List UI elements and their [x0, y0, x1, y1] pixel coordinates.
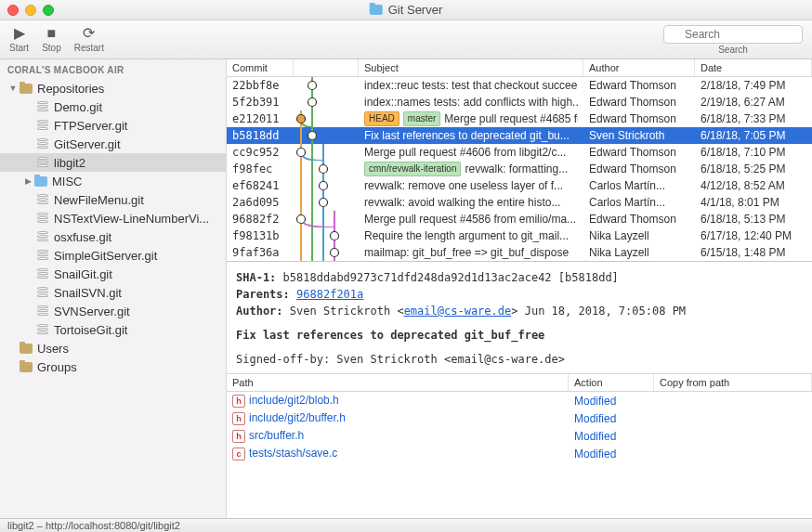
sidebar-repo-item[interactable]: osxfuse.git: [0, 227, 226, 246]
sidebar-item-repositories[interactable]: ▼ Repositories: [0, 79, 226, 97]
file-path[interactable]: include/git2/blob.h: [249, 394, 339, 407]
file-row[interactable]: ctests/stash/save.cModified: [227, 445, 812, 462]
file-row[interactable]: hsrc/buffer.hModified: [227, 427, 812, 445]
sidebar-item-users[interactable]: Users: [0, 339, 226, 357]
start-label: Start: [9, 43, 29, 53]
search-input[interactable]: [663, 25, 803, 44]
restart-button[interactable]: ⟳ Restart: [74, 26, 104, 53]
commit-author: Carlos Martín...: [583, 179, 695, 192]
file-path[interactable]: src/buffer.h: [249, 429, 304, 442]
repo-label: TortoiseGit.git: [54, 323, 127, 337]
author-suffix: > Jun 18, 2018, 7:05:08 PM: [511, 305, 686, 318]
file-type-icon: h: [232, 395, 245, 408]
close-window-button[interactable]: [7, 5, 19, 16]
commit-row[interactable]: f98131bRequire the length argument to gi…: [227, 227, 812, 244]
sidebar-repo-item[interactable]: TortoiseGit.git: [0, 320, 226, 339]
minimize-window-button[interactable]: [25, 5, 36, 16]
commit-row[interactable]: f98feccmn/revwalk-iterationrevwalk: form…: [227, 161, 812, 177]
ref-tag: HEAD: [364, 111, 399, 126]
status-text: libgit2 – http://localhost:8080/git/libg…: [7, 520, 180, 531]
sidebar-repo-item[interactable]: GitServer.git: [0, 135, 226, 153]
repo-label: SimpleGitServer.git: [54, 249, 157, 263]
commit-graph: [294, 244, 359, 261]
col-copy-header[interactable]: Copy from path: [654, 374, 812, 391]
folder-icon: [19, 360, 33, 373]
file-row[interactable]: hinclude/git2/blob.hModified: [227, 392, 812, 409]
sidebar-repo-item[interactable]: NSTextView-LineNumberVi...: [0, 209, 226, 227]
file-path[interactable]: tests/stash/save.c: [249, 447, 337, 460]
col-path-header[interactable]: Path: [227, 374, 569, 391]
sidebar-repo-item[interactable]: SVNServer.git: [0, 302, 226, 320]
commit-subject: Merge pull request #4586 from emilio/ma.…: [359, 213, 583, 226]
repo-label: SnailGit.git: [54, 267, 112, 281]
sidebar-item-groups[interactable]: Groups: [0, 357, 226, 376]
col-action-header[interactable]: Action: [569, 374, 654, 391]
commit-hash: ef68241: [227, 179, 294, 192]
commit-row[interactable]: 2a6d095revwalk: avoid walking the entire…: [227, 194, 812, 211]
zoom-window-button[interactable]: [43, 5, 54, 16]
disclosure-icon[interactable]: ▼: [7, 84, 19, 93]
commit-hash: e212011: [227, 112, 294, 125]
sidebar-repo-item[interactable]: ▶MISC: [0, 172, 226, 190]
restart-label: Restart: [74, 43, 104, 53]
parent-link[interactable]: 96882f201a: [296, 288, 363, 301]
sidebar[interactable]: CORAL'S MACBOOK AIR ▼ Repositories Demo.…: [0, 59, 227, 518]
col-author-header[interactable]: Author: [583, 59, 695, 76]
commit-row[interactable]: 96882f2Merge pull request #4586 from emi…: [227, 211, 812, 227]
commit-row[interactable]: ef68241revwalk: remove one useless layer…: [227, 177, 812, 194]
titlebar: Git Server: [0, 0, 812, 20]
commit-date: 6/18/18, 7:33 PM: [695, 112, 812, 125]
sidebar-repo-item[interactable]: FTPServer.git: [0, 116, 226, 135]
svg-point-9: [308, 132, 317, 140]
stop-button[interactable]: ■ Stop: [42, 26, 61, 53]
commits-list[interactable]: 22bbf8eindex::reuc tests: test that chec…: [227, 77, 812, 261]
commit-message: Fix last references to deprecated git_bu…: [236, 327, 803, 344]
col-commit-header[interactable]: Commit: [227, 59, 294, 76]
db-icon: [35, 119, 50, 132]
db-icon: [35, 212, 50, 225]
commit-row[interactable]: 5f2b391index::names tests: add conflicts…: [227, 94, 812, 110]
author-name: Sven Strickroth <: [290, 305, 404, 318]
ref-tag: master: [403, 111, 441, 126]
files-list[interactable]: hinclude/git2/blob.hModifiedhinclude/git…: [227, 392, 812, 462]
commit-row[interactable]: 9faf36amailmap: git_buf_free => git_buf_…: [227, 244, 812, 261]
start-button[interactable]: ▶ Start: [9, 26, 29, 53]
svg-point-17: [320, 165, 328, 174]
commit-row[interactable]: b5818ddFix last references to deprecated…: [227, 127, 812, 144]
col-date-header[interactable]: Date: [695, 59, 812, 76]
commit-hash: 22bbf8e: [227, 79, 294, 92]
disclosure-icon[interactable]: ▶: [22, 176, 33, 186]
file-path[interactable]: include/git2/buffer.h: [249, 411, 346, 424]
svg-point-13: [297, 149, 306, 157]
sidebar-repo-item[interactable]: SnailSVN.git: [0, 283, 226, 302]
commit-hash: 9faf36a: [227, 246, 294, 259]
commit-author: Nika Layzell: [583, 246, 695, 259]
commit-graph: [294, 227, 359, 244]
file-action: Modified: [569, 430, 654, 443]
commit-row[interactable]: cc9c952Merge pull request #4606 from lib…: [227, 144, 812, 161]
author-email-link[interactable]: email@cs-ware.de: [404, 305, 512, 318]
file-row[interactable]: hinclude/git2/buffer.hModified: [227, 409, 812, 427]
commit-date: 6/18/18, 7:05 PM: [695, 129, 812, 142]
sidebar-repo-item[interactable]: Demo.git: [0, 97, 226, 116]
commit-hash: 2a6d095: [227, 196, 294, 209]
commit-subject: Fix last references to deprecated git_bu…: [359, 129, 583, 142]
commit-graph: [294, 127, 359, 144]
svg-point-35: [331, 232, 339, 240]
sidebar-repo-item[interactable]: libgit2: [0, 153, 226, 172]
sidebar-repo-item[interactable]: SnailGit.git: [0, 265, 226, 283]
commit-hash: b5818dd: [227, 129, 294, 142]
statusbar: libgit2 – http://localhost:8080/git/libg…: [0, 518, 812, 532]
commit-row[interactable]: 22bbf8eindex::reuc tests: test that chec…: [227, 77, 812, 94]
db-icon: [35, 286, 50, 299]
sidebar-repo-item[interactable]: SimpleGitServer.git: [0, 246, 226, 265]
col-subject-header[interactable]: Subject: [359, 59, 583, 76]
sidebar-repo-item[interactable]: NewFileMenu.git: [0, 190, 226, 209]
commit-row[interactable]: e212011HEADmasterMerge pull request #468…: [227, 110, 812, 127]
db-icon: [35, 156, 50, 169]
commit-subject: revwalk: remove one useless layer of f..…: [359, 179, 583, 192]
window-title-text: Git Server: [388, 3, 443, 17]
commit-date: 6/18/18, 7:10 PM: [695, 146, 812, 159]
commit-author: Edward Thomson: [583, 213, 695, 226]
sidebar-header: CORAL'S MACBOOK AIR: [0, 63, 226, 79]
